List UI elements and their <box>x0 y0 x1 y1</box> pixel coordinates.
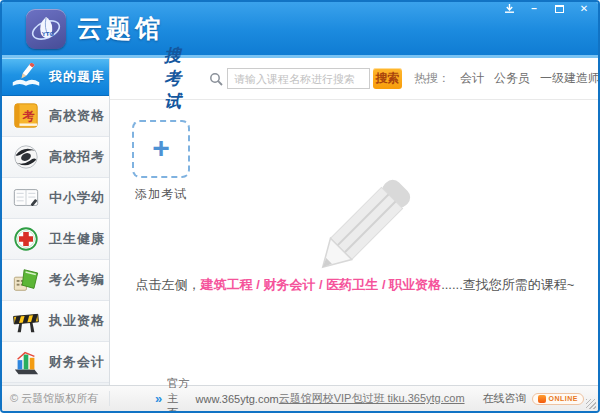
sidebar-item-label: 中小学幼 <box>49 189 105 207</box>
promo-line: 点击左侧，建筑工程 / 财务会计 / 医药卫生 / 职业资格......查找您所… <box>110 276 600 294</box>
sidebar-item-civil-service[interactable]: 考公考编 <box>2 260 109 301</box>
maximize-button[interactable] <box>551 2 567 16</box>
sidebar-item-college-qualification[interactable]: 考 高校资格 <box>2 96 109 137</box>
search-bar: 搜考试 搜索 热搜： 会计 公务员 一级建造师 <box>110 58 600 100</box>
resize-grip[interactable] <box>586 399 596 409</box>
app-logo-icon: YTG <box>26 9 66 49</box>
online-flame-icon <box>538 395 546 403</box>
promo-highlight: 建筑工程 / 财务会计 / 医药卫生 / 职业资格 <box>201 277 442 292</box>
sidebar-item-label: 高校资格 <box>49 107 105 125</box>
main-panel: 搜考试 搜索 热搜： 会计 公务员 一级建造师 + 添加考试 <box>110 58 600 385</box>
search-button[interactable]: 搜索 <box>373 68 402 89</box>
sidebar-item-college-admission[interactable]: 高校招考 <box>2 137 109 178</box>
sidebar-item-health[interactable]: 卫生健康 <box>2 219 109 260</box>
logo-badge-text: YTG <box>42 31 55 37</box>
status-bar: © 云题馆版权所有 » 官方主页： www.365ytg.com 云题馆网校VI… <box>2 385 598 411</box>
add-exam-label: 添加考试 <box>122 186 200 203</box>
exam-book-icon: 考 <box>10 101 42 131</box>
sidebar-item-label: 考公考编 <box>49 271 105 289</box>
minimize-button[interactable]: – <box>526 2 542 16</box>
content-area: + 添加考试 <box>110 100 600 385</box>
sidebar-item-my-bank[interactable]: 我的题库 <box>2 58 109 96</box>
promo-prefix: 点击左侧， <box>136 277 201 292</box>
sidebar-item-label: 我的题库 <box>49 68 105 86</box>
search-input[interactable] <box>227 68 370 89</box>
promo-suffix: ......查找您所需的课程~ <box>441 277 574 292</box>
medical-cross-icon <box>10 224 42 254</box>
official-homepage: » 官方主页： www.365ytg.com <box>155 376 279 413</box>
skin-download-icon[interactable] <box>501 2 517 16</box>
plus-icon: + <box>152 133 170 163</box>
online-badge-text: ONLINE <box>549 395 578 402</box>
sidebar-item-finance-accounting[interactable]: 财务会计 <box>2 342 109 383</box>
app-title: 云题馆 <box>77 12 164 45</box>
sidebar: 我的题库 考 高校资格 <box>2 58 110 385</box>
add-exam-button[interactable]: + <box>132 120 190 178</box>
hot-search-label: 热搜： <box>414 70 450 87</box>
app-window: YTG 云题馆 – ✕ <box>0 0 600 413</box>
hot-search: 热搜： 会计 公务员 一级建造师 <box>414 70 600 87</box>
hot-link-civil-servant[interactable]: 公务员 <box>494 70 530 87</box>
construction-barrier-icon <box>10 306 42 336</box>
hot-link-accounting[interactable]: 会计 <box>460 70 484 87</box>
notebook-icon <box>10 183 42 213</box>
sidebar-item-label: 卫生健康 <box>49 230 105 248</box>
close-button[interactable]: ✕ <box>576 2 592 16</box>
pencil-book-icon <box>10 62 42 92</box>
maximize-icon <box>555 5 564 13</box>
copyright-text: © 云题馆版权所有 <box>2 391 110 406</box>
window-controls: – ✕ <box>501 2 592 16</box>
sidebar-item-k12[interactable]: 中小学幼 <box>2 178 109 219</box>
sidebar-item-professional-qualification[interactable]: 执业资格 <box>2 301 109 342</box>
official-homepage-label: 官方主页： <box>167 376 190 413</box>
title-bar: YTG 云题馆 – ✕ <box>2 2 598 58</box>
exam-book-glyph: 考 <box>21 109 35 123</box>
double-chevron-icon: » <box>155 391 162 406</box>
hot-link-constructor[interactable]: 一级建造师 <box>540 70 600 87</box>
folder-calculator-icon <box>10 265 42 295</box>
online-consult-link[interactable]: 在线咨询 <box>483 391 527 406</box>
globe-icon <box>10 142 42 172</box>
official-homepage-link[interactable]: www.365ytg.com <box>196 393 279 405</box>
sidebar-item-label: 财务会计 <box>49 353 105 371</box>
search-icon <box>209 72 223 86</box>
sidebar-item-label: 执业资格 <box>49 312 105 330</box>
bar-chart-icon <box>10 347 42 377</box>
online-status-badge[interactable]: ONLINE <box>532 393 584 405</box>
vip-class-link[interactable]: 云题馆网校VIP包过班 tiku.365ytg.com <box>279 391 465 406</box>
sidebar-item-label: 高校招考 <box>49 148 105 166</box>
